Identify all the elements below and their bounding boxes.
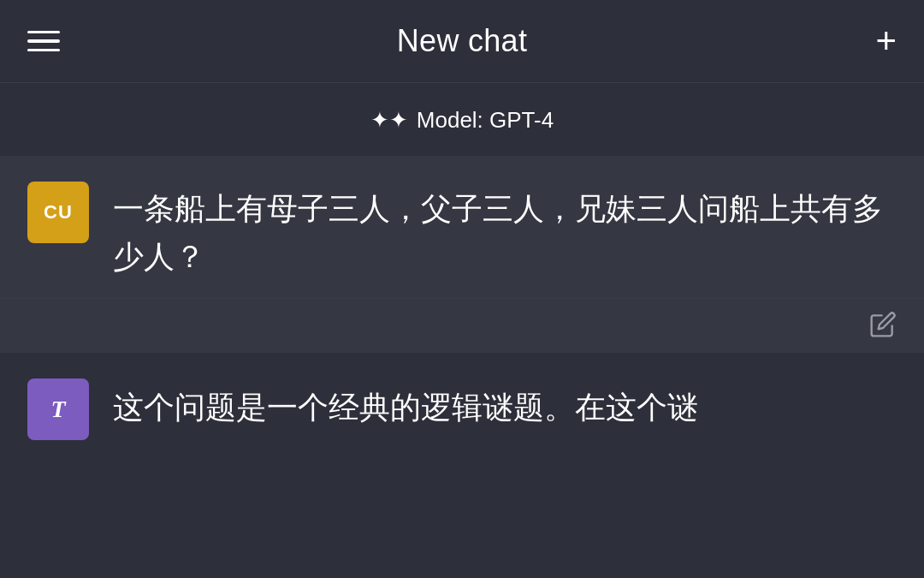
page-title: New chat [397, 23, 527, 59]
message-actions-row [0, 299, 924, 353]
user-message-text: 一条船上有母子三人，父子三人，兄妹三人问船上共有多少人？ [113, 185, 897, 281]
ai-message-content: 这个问题是一个经典的逻辑谜题。在这个谜 [89, 378, 897, 432]
messages-area: CU 一条船上有母子三人，父子三人，兄妹三人问船上共有多少人？ T 这个问题是一… [0, 156, 924, 457]
edit-message-button[interactable] [869, 311, 897, 344]
new-chat-button[interactable]: + [856, 23, 897, 59]
ai-message-text: 这个问题是一个经典的逻辑谜题。在这个谜 [113, 384, 897, 432]
model-bar[interactable]: ✦✦ Model: GPT-4 [0, 83, 924, 156]
menu-button[interactable] [27, 31, 68, 52]
ai-avatar: T [27, 378, 89, 440]
app-header: New chat + [0, 0, 924, 83]
user-message: CU 一条船上有母子三人，父子三人，兄妹三人问船上共有多少人？ [0, 156, 924, 299]
sparkle-icon: ✦✦ [370, 107, 408, 134]
menu-line-3 [27, 49, 60, 52]
user-message-content: 一条船上有母子三人，父子三人，兄妹三人问船上共有多少人？ [89, 182, 897, 281]
user-avatar: CU [27, 182, 89, 243]
model-label: Model: GPT-4 [417, 107, 554, 134]
menu-line-2 [27, 39, 60, 43]
menu-line-1 [27, 31, 60, 34]
ai-message: T 这个问题是一个经典的逻辑谜题。在这个谜 [0, 353, 924, 457]
